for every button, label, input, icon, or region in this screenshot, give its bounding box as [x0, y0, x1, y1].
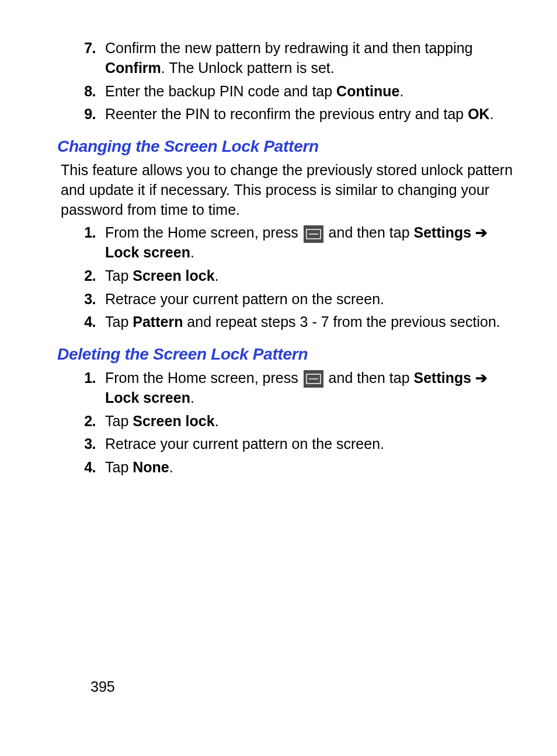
text-run: Retrace your current pattern on the scre… — [105, 291, 384, 307]
step-body: Tap Pattern and repeat steps 3 - 7 from … — [105, 312, 522, 332]
text-run: Confirm the new pattern by redrawing it … — [105, 40, 473, 56]
step-number: 4. — [70, 312, 105, 332]
step-list-top: 7.Confirm the new pattern by redrawing i… — [70, 39, 522, 124]
menu-icon — [304, 225, 323, 243]
step-item: 9.Reenter the PIN to reconfirm the previ… — [70, 104, 522, 124]
step-body: Tap Screen lock. — [105, 266, 522, 286]
step-item: 2.Tap Screen lock. — [70, 266, 522, 286]
step-list-deleting: 1.From the Home screen, press and then t… — [70, 368, 522, 478]
text-run: . — [215, 413, 219, 429]
step-body: Retrace your current pattern on the scre… — [105, 434, 522, 454]
text-run: and then tap — [325, 370, 414, 386]
text-run: and then tap — [325, 224, 414, 241]
step-body: Tap None. — [105, 458, 522, 478]
text-run: Tap — [105, 267, 133, 284]
text-run: Pattern — [133, 313, 183, 330]
text-run: Settings — [414, 370, 472, 386]
step-number: 4. — [70, 458, 105, 478]
menu-icon — [304, 370, 323, 388]
text-run: ➔ — [475, 224, 488, 241]
text-run: . — [190, 244, 194, 260]
text-run: None — [133, 459, 169, 475]
text-run: Retrace your current pattern on the scre… — [105, 436, 384, 452]
step-number: 3. — [70, 290, 105, 309]
step-item: 3.Retrace your current pattern on the sc… — [70, 434, 522, 454]
text-run: OK — [468, 106, 490, 122]
step-body: Confirm the new pattern by redrawing it … — [105, 39, 522, 78]
step-body: Reenter the PIN to reconfirm the previou… — [105, 104, 522, 124]
section-intro-changing: This feature allows you to change the pr… — [61, 161, 522, 220]
step-body: Enter the backup PIN code and tap Contin… — [105, 82, 522, 102]
text-run: From the Home screen, press — [105, 370, 302, 386]
step-number: 9. — [70, 104, 105, 124]
section-heading-deleting: Deleting the Screen Lock Pattern — [57, 345, 522, 364]
step-number: 2. — [70, 412, 105, 431]
step-item: 7.Confirm the new pattern by redrawing i… — [70, 39, 522, 78]
page-number: 395 — [90, 678, 115, 695]
step-item: 8.Enter the backup PIN code and tap Cont… — [70, 82, 522, 102]
step-body: Tap Screen lock. — [105, 412, 522, 431]
text-run: . — [490, 106, 494, 122]
step-number: 1. — [70, 223, 105, 243]
step-item: 3.Retrace your current pattern on the sc… — [70, 290, 522, 309]
step-number: 3. — [70, 434, 105, 454]
text-run: Screen lock — [133, 267, 214, 284]
step-item: 1.From the Home screen, press and then t… — [70, 368, 522, 408]
document-page: 7.Confirm the new pattern by redrawing i… — [0, 0, 557, 756]
text-run: . — [190, 389, 194, 406]
text-run: Tap — [105, 413, 133, 429]
step-number: 8. — [70, 82, 105, 102]
text-run: Enter the backup PIN code and tap — [105, 83, 336, 99]
text-run: Lock screen — [105, 389, 190, 406]
section-heading-changing: Changing the Screen Lock Pattern — [57, 137, 522, 156]
text-run: From the Home screen, press — [105, 224, 302, 241]
step-number: 1. — [70, 368, 105, 388]
text-run: . — [215, 267, 219, 284]
text-run: Settings — [414, 224, 472, 241]
step-item: 1.From the Home screen, press and then t… — [70, 223, 522, 263]
step-item: 2.Tap Screen lock. — [70, 412, 522, 431]
text-run: . The Unlock pattern is set. — [161, 60, 335, 76]
step-body: From the Home screen, press and then tap… — [105, 223, 522, 263]
step-number: 2. — [70, 266, 105, 286]
text-run: Lock screen — [105, 244, 190, 260]
step-item: 4.Tap None. — [70, 458, 522, 478]
step-item: 4.Tap Pattern and repeat steps 3 - 7 fro… — [70, 312, 522, 332]
text-run: Tap — [105, 313, 133, 330]
text-run: . — [399, 83, 403, 99]
step-list-changing: 1.From the Home screen, press and then t… — [70, 223, 522, 332]
text-run: Tap — [105, 459, 133, 475]
text-run: and repeat steps 3 - 7 from the previous… — [183, 313, 500, 330]
step-number: 7. — [70, 39, 105, 58]
step-body: From the Home screen, press and then tap… — [105, 368, 522, 408]
text-run: Confirm — [105, 60, 161, 76]
text-run: Screen lock — [133, 413, 214, 429]
text-run: Reenter the PIN to reconfirm the previou… — [105, 106, 468, 122]
text-run: ➔ — [475, 370, 488, 386]
text-run: . — [169, 459, 173, 475]
step-body: Retrace your current pattern on the scre… — [105, 290, 522, 309]
text-run: Continue — [336, 83, 399, 99]
